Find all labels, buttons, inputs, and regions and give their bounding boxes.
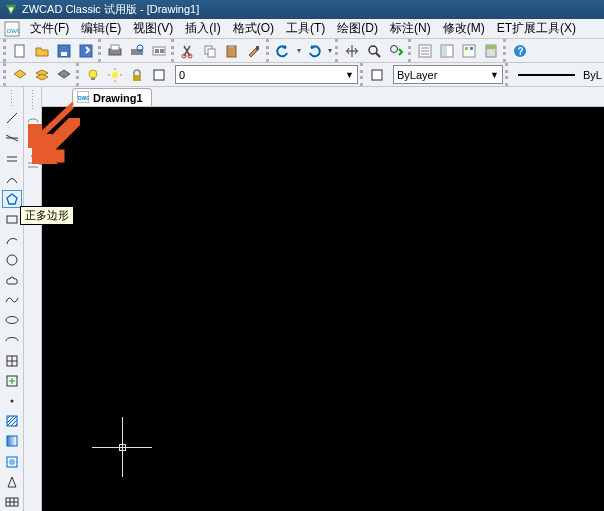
svg-rect-12: [160, 49, 164, 53]
svg-rect-31: [470, 47, 473, 50]
ellipsearc-tool[interactable]: [2, 331, 22, 349]
preview-button[interactable]: [127, 41, 147, 61]
doc-tab-label: Drawing1: [93, 92, 143, 104]
menu-et[interactable]: ET扩展工具(X): [491, 19, 582, 38]
svg-rect-16: [208, 49, 215, 57]
redo-button[interactable]: [304, 41, 324, 61]
pan-button[interactable]: [342, 41, 362, 61]
menu-file[interactable]: 文件(F): [24, 19, 75, 38]
help-button[interactable]: ?: [510, 41, 530, 61]
designcenter-button[interactable]: [437, 41, 457, 61]
layer-combo[interactable]: 0 ▼: [175, 65, 358, 84]
svg-rect-2: [15, 45, 24, 57]
svg-rect-18: [229, 45, 234, 48]
table-tool[interactable]: [2, 493, 22, 511]
svg-point-36: [89, 70, 97, 78]
redo-dropdown[interactable]: ▾: [326, 46, 333, 55]
open-button[interactable]: [32, 41, 52, 61]
svg-point-53: [7, 255, 17, 265]
paste-button[interactable]: [222, 41, 242, 61]
linetype-preview: [518, 74, 575, 76]
svg-rect-28: [442, 46, 447, 56]
svg-rect-4: [61, 52, 67, 56]
svg-rect-8: [131, 49, 143, 55]
saveas-button[interactable]: [76, 41, 96, 61]
svg-rect-11: [155, 49, 159, 53]
svg-rect-30: [465, 47, 468, 50]
menu-draw[interactable]: 绘图(D): [331, 19, 384, 38]
app-icon: [4, 3, 18, 17]
arc3p-tool[interactable]: [2, 170, 22, 188]
layercolor-icon[interactable]: [149, 65, 169, 85]
layer3-button[interactable]: [54, 65, 74, 85]
menu-edit[interactable]: 编辑(E): [75, 19, 127, 38]
grip-handle[interactable]: [10, 89, 13, 107]
menu-insert[interactable]: 插入(I): [179, 19, 226, 38]
menu-tools[interactable]: 工具(T): [280, 19, 331, 38]
spline-tool[interactable]: [2, 291, 22, 309]
region-tool[interactable]: [2, 473, 22, 491]
svg-rect-45: [372, 70, 382, 80]
svg-text:DWG: DWG: [7, 28, 20, 34]
drawing-canvas[interactable]: [42, 107, 604, 511]
svg-point-22: [391, 45, 398, 52]
svg-text:DWG: DWG: [78, 95, 89, 101]
properties-button[interactable]: [415, 41, 435, 61]
matchprop-button[interactable]: [244, 41, 264, 61]
ellipse-tool[interactable]: [2, 311, 22, 329]
rectangle-tool[interactable]: [2, 210, 22, 228]
zoom-prev-button[interactable]: [386, 41, 406, 61]
bylayer-value: ByLayer: [397, 69, 437, 81]
xline-tool[interactable]: [2, 129, 22, 147]
svg-rect-5: [80, 45, 92, 57]
save-button[interactable]: [54, 41, 74, 61]
dwg-small-icon: DWG: [77, 91, 89, 105]
publish-button[interactable]: [149, 41, 169, 61]
doc-tab[interactable]: DWG Drawing1: [72, 88, 152, 106]
menu-dim[interactable]: 标注(N): [384, 19, 437, 38]
layer2-button[interactable]: [32, 65, 52, 85]
linecolor-icon[interactable]: [367, 65, 387, 85]
svg-rect-37: [91, 78, 95, 80]
polygon-tool[interactable]: [2, 190, 22, 208]
revcloud-tool[interactable]: [2, 271, 22, 289]
hatch-tool[interactable]: [2, 412, 22, 430]
callout-arrow-shape: [30, 118, 80, 172]
bylayer-combo[interactable]: ByLayer ▼: [393, 65, 503, 84]
layer-combo-value: 0: [179, 69, 185, 81]
svg-rect-52: [7, 216, 17, 223]
menu-view[interactable]: 视图(V): [127, 19, 179, 38]
menu-format[interactable]: 格式(O): [227, 19, 280, 38]
copy-button[interactable]: [200, 41, 220, 61]
svg-text:?: ?: [518, 46, 524, 57]
menu-modify[interactable]: 修改(M): [437, 19, 491, 38]
svg-rect-29: [463, 45, 475, 57]
new-button[interactable]: [10, 41, 30, 61]
toolpalette-button[interactable]: [459, 41, 479, 61]
undo-dropdown[interactable]: ▾: [295, 46, 302, 55]
gradient-tool[interactable]: [2, 432, 22, 450]
layer1-button[interactable]: [10, 65, 30, 85]
draw-toolbar: [0, 87, 24, 511]
point-tool[interactable]: [2, 392, 22, 410]
zoom-button[interactable]: [364, 41, 384, 61]
bulb-icon[interactable]: [83, 65, 103, 85]
polygon-tooltip: 正多边形: [20, 206, 74, 225]
svg-rect-43: [133, 75, 141, 81]
sun-icon[interactable]: [105, 65, 125, 85]
boundary-tool[interactable]: [2, 453, 22, 471]
svg-rect-66: [7, 436, 17, 446]
plot-button[interactable]: [105, 41, 125, 61]
cut-button[interactable]: [178, 41, 198, 61]
svg-point-38: [112, 72, 118, 78]
calc-button[interactable]: [481, 41, 501, 61]
block-tool[interactable]: [2, 352, 22, 370]
insert-tool[interactable]: [2, 372, 22, 390]
line-tool[interactable]: [2, 109, 22, 127]
title-text: ZWCAD Classic 试用版 - [Drawing1]: [22, 2, 199, 17]
lock-icon[interactable]: [127, 65, 147, 85]
arc-tool[interactable]: [2, 230, 22, 248]
mline-tool[interactable]: [2, 150, 22, 168]
undo-button[interactable]: [273, 41, 293, 61]
circle-tool[interactable]: [2, 251, 22, 269]
